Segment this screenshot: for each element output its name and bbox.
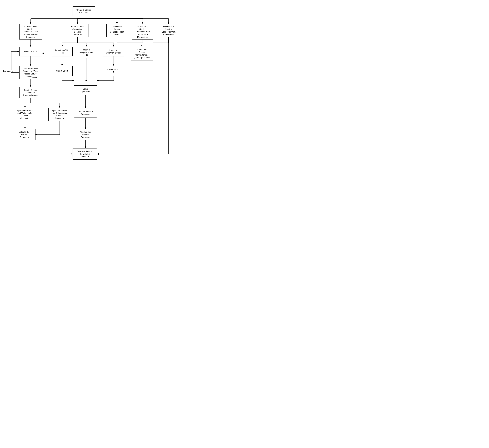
create-sc-box: Create a Service Connector [73, 7, 95, 16]
import-openapi-box: Import an OpenAPI 3.0 File [103, 47, 124, 56]
import-wsdl-label: Import a WSDL File [55, 49, 69, 54]
download-github-box: Download a Service Connector from GitHub [106, 24, 127, 37]
flowchart: Create a Service Connector Create a New … [3, 3, 174, 161]
test-sc-label: Test the Service Connector [78, 110, 93, 116]
create-process-obj-label: Create Service Connector Process Objects [23, 89, 38, 97]
import-file-label: Import a File to Generate a Service Conn… [71, 25, 84, 36]
save-publish-label: Save and Publish the Service Connector [77, 150, 92, 158]
works-label: Works [32, 76, 37, 79]
create-new-box: Create a New Service Connector / Data Ac… [19, 24, 42, 40]
define-actions-label: Define Actions [24, 50, 37, 53]
import-swagger-box: Import a Swagger JSON File [76, 47, 97, 58]
specify-vars-data-box: Specify Variables for Data Access Servic… [48, 108, 71, 121]
validate-sc-left-label: Validate the Service Connector [19, 131, 29, 139]
create-new-label: Create a New Service Connector / Data Ac… [23, 25, 38, 38]
select-service-url-label: Select Service URL [107, 68, 120, 74]
download-marketplace-label: Download a Service Connector from Inform… [136, 25, 150, 38]
import-swagger-label: Import a Swagger JSON File [79, 48, 93, 56]
test-sc-data-box: Test the Service Connector / Data Access… [19, 66, 42, 79]
validate-sc-right-box: Validate the Service Connector [74, 129, 97, 140]
download-marketplace-box: Download a Service Connector from Inform… [132, 24, 153, 40]
specify-vars-data-label: Specify Variables for Data Access Servic… [52, 109, 67, 120]
download-admin-box: Download a Service Connector from Admini… [158, 24, 177, 37]
validate-sc-left-box: Validate the Service Connector [13, 129, 35, 140]
import-org-label: Import the Service Connector into your O… [134, 48, 150, 59]
specify-functions-box: Specify Functions and Variables for Serv… [13, 108, 37, 121]
save-publish-box: Save and Publish the Service Connector [73, 148, 97, 160]
download-admin-label: Download a Service Connector from Admini… [162, 25, 175, 36]
create-sc-label: Create a Service Connector [76, 9, 91, 14]
test-sc-box: Test the Service Connector [74, 108, 97, 118]
select-service-url-box: Select Service URL [103, 66, 124, 76]
does-not-work-label: Does not work [3, 70, 16, 72]
create-process-obj-box: Create Service Connector Process Objects [19, 87, 42, 98]
import-file-box: Import a File to Generate a Service Conn… [66, 24, 89, 37]
specify-functions-label: Specify Functions and Variables for Serv… [17, 109, 33, 120]
import-org-box: Import the Service Connector into your O… [131, 47, 153, 60]
define-actions-box: Define Actions [19, 47, 42, 56]
select-operations-box: Select Operations [74, 85, 97, 95]
download-github-label: Download a Service Connector from GitHub [110, 25, 124, 36]
import-wsdl-box: Import a WSDL File [52, 47, 73, 56]
validate-sc-right-label: Validate the Service Connector [80, 131, 91, 139]
select-port-label: Select a Port [56, 70, 68, 72]
select-operations-label: Select Operations [81, 88, 90, 93]
import-openapi-label: Import an OpenAPI 3.0 File [106, 49, 121, 54]
select-port-box: Select a Port [52, 66, 73, 76]
